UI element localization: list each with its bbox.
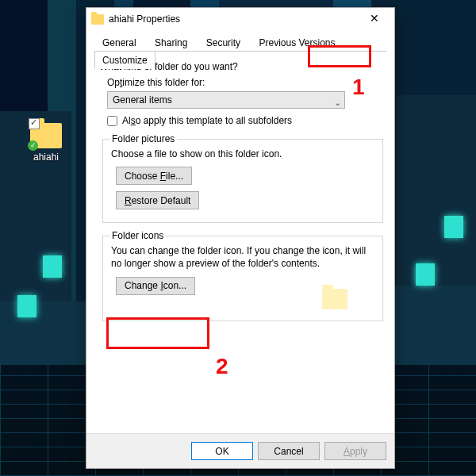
folder-icons-group: Folder icons You can change the folder i… <box>102 236 383 321</box>
tab-general[interactable]: General <box>94 33 144 51</box>
titlebar[interactable]: ahiahi Properties ✕ <box>86 8 394 30</box>
optimize-label: Optimize this folder for: <box>107 77 383 88</box>
apply-button[interactable]: Apply <box>324 442 386 460</box>
folder-pictures-desc: Choose a file to show on this folder ico… <box>111 148 374 160</box>
close-button[interactable]: ✕ <box>359 10 390 29</box>
change-icon-button[interactable]: Change Icon... <box>116 277 195 295</box>
tab-sharing[interactable]: Sharing <box>147 33 195 51</box>
desktop-icon-label: ahiahi <box>24 152 68 163</box>
also-apply-label: Also apply this template to all subfolde… <box>122 115 292 126</box>
ok-button[interactable]: OK <box>191 442 253 460</box>
chevron-down-icon: ⌄ <box>334 94 341 110</box>
window-title: ahiahi Properties <box>109 13 359 25</box>
folder-icon: ✓ <box>30 123 62 148</box>
tab-security[interactable]: Security <box>198 33 248 51</box>
optimize-select[interactable]: General items ⌄ <box>107 91 345 109</box>
folder-icons-legend: Folder icons <box>109 230 166 241</box>
choose-file-button[interactable]: Choose File... <box>116 167 192 185</box>
sync-overlay-icon: ✓ <box>28 140 38 151</box>
checkbox-overlay-icon <box>29 118 40 129</box>
folder-icons-desc: You can change the folder icon. If you c… <box>111 244 374 270</box>
desktop-folder-ahiahi[interactable]: ✓ ahiahi <box>24 123 68 163</box>
restore-default-button[interactable]: Restore Default <box>116 191 199 209</box>
annotation-box-1 <box>308 45 371 67</box>
folder-icon-preview <box>322 289 347 309</box>
annotation-number-2: 2 <box>216 354 228 379</box>
folder-pictures-group: Folder pictures Choose a file to show on… <box>102 139 383 223</box>
dialog-footer: OK Cancel Apply <box>86 433 394 468</box>
tab-customize[interactable]: Customize <box>94 51 155 69</box>
also-apply-row[interactable]: Also apply this template to all subfolde… <box>107 115 383 126</box>
annotation-number-1: 1 <box>352 75 365 100</box>
folder-pictures-legend: Folder pictures <box>109 133 177 144</box>
also-apply-checkbox[interactable] <box>107 116 117 126</box>
annotation-box-2 <box>106 317 209 349</box>
cancel-button[interactable]: Cancel <box>258 442 320 460</box>
properties-dialog: ahiahi Properties ✕ General Sharing Secu… <box>86 7 395 469</box>
optimize-select-value: General items <box>113 94 172 106</box>
folder-icon <box>91 14 104 25</box>
